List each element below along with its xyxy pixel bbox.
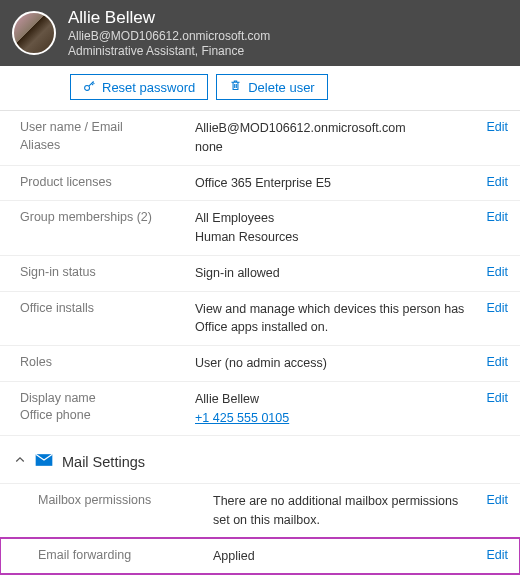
row-installs: Office installs View and manage which de… [0, 291, 520, 346]
avatar [12, 11, 56, 55]
label-username: User name / Email [20, 120, 123, 134]
value-installs: View and manage which devices this perso… [195, 300, 480, 338]
edit-display[interactable]: Edit [480, 390, 508, 405]
value-username: AllieB@MOD106612.onmicrosoft.com [195, 121, 406, 135]
row-email-forwarding: Email forwarding Applied Edit [0, 538, 520, 574]
label-display-name: Display name [20, 391, 96, 405]
row-username: User name / Email Aliases AllieB@MOD1066… [0, 110, 520, 165]
key-icon [83, 79, 96, 95]
value-groups-2: Human Resources [195, 228, 472, 247]
edit-groups[interactable]: Edit [480, 209, 508, 224]
header-text: Allie Bellew AllieB@MOD106612.onmicrosof… [68, 8, 270, 58]
label-licenses: Product licenses [20, 174, 195, 192]
mail-settings-title: Mail Settings [62, 454, 145, 470]
delete-user-label: Delete user [248, 80, 314, 95]
edit-username[interactable]: Edit [480, 119, 508, 134]
value-display-name: Allie Bellew [195, 392, 259, 406]
edit-roles[interactable]: Edit [480, 354, 508, 369]
edit-email-forwarding[interactable]: Edit [480, 547, 508, 562]
value-roles: User (no admin access) [195, 354, 480, 373]
user-email: AllieB@MOD106612.onmicrosoft.com [68, 29, 270, 43]
label-signin: Sign-in status [20, 264, 195, 282]
user-title: Administrative Assistant, Finance [68, 44, 270, 58]
mail-icon [34, 450, 54, 473]
action-bar: Reset password Delete user [0, 66, 520, 110]
edit-signin[interactable]: Edit [480, 264, 508, 279]
row-mailbox-permissions: Mailbox permissions There are no additio… [0, 483, 520, 538]
row-roles: Roles User (no admin access) Edit [0, 345, 520, 381]
svg-point-0 [85, 86, 90, 91]
mail-settings-header[interactable]: Mail Settings [0, 435, 520, 483]
value-licenses: Office 365 Enterprise E5 [195, 174, 480, 193]
label-mailbox-permissions: Mailbox permissions [38, 492, 213, 510]
label-aliases: Aliases [20, 137, 195, 155]
detail-rows: User name / Email Aliases AllieB@MOD1066… [0, 110, 520, 580]
reset-password-button[interactable]: Reset password [70, 74, 208, 100]
edit-installs[interactable]: Edit [480, 300, 508, 315]
row-groups: Group memberships (2) All Employees Huma… [0, 200, 520, 255]
chevron-up-icon [14, 454, 26, 469]
label-installs: Office installs [20, 300, 195, 318]
label-office-phone: Office phone [20, 407, 195, 425]
value-email-forwarding: Applied [213, 547, 480, 566]
row-display: Display name Office phone Allie Bellew +… [0, 381, 520, 436]
value-signin: Sign-in allowed [195, 264, 480, 283]
label-groups: Group memberships (2) [20, 209, 195, 227]
user-header: Allie Bellew AllieB@MOD106612.onmicrosof… [0, 0, 520, 66]
value-aliases: none [195, 138, 472, 157]
label-email-forwarding: Email forwarding [38, 547, 213, 565]
trash-icon [229, 79, 242, 95]
edit-mailbox-permissions[interactable]: Edit [480, 492, 508, 507]
edit-licenses[interactable]: Edit [480, 174, 508, 189]
mail-settings-rows: Mailbox permissions There are no additio… [0, 483, 520, 580]
row-automatic-replies: Automatic replies Off Edit [0, 574, 520, 581]
delete-user-button[interactable]: Delete user [216, 74, 327, 100]
user-name: Allie Bellew [68, 8, 270, 28]
value-mailbox-permissions: There are no additional mailbox permissi… [213, 492, 480, 530]
row-licenses: Product licenses Office 365 Enterprise E… [0, 165, 520, 201]
label-roles: Roles [20, 354, 195, 372]
value-office-phone[interactable]: +1 425 555 0105 [195, 411, 289, 425]
reset-password-label: Reset password [102, 80, 195, 95]
row-signin: Sign-in status Sign-in allowed Edit [0, 255, 520, 291]
value-groups-1: All Employees [195, 211, 274, 225]
